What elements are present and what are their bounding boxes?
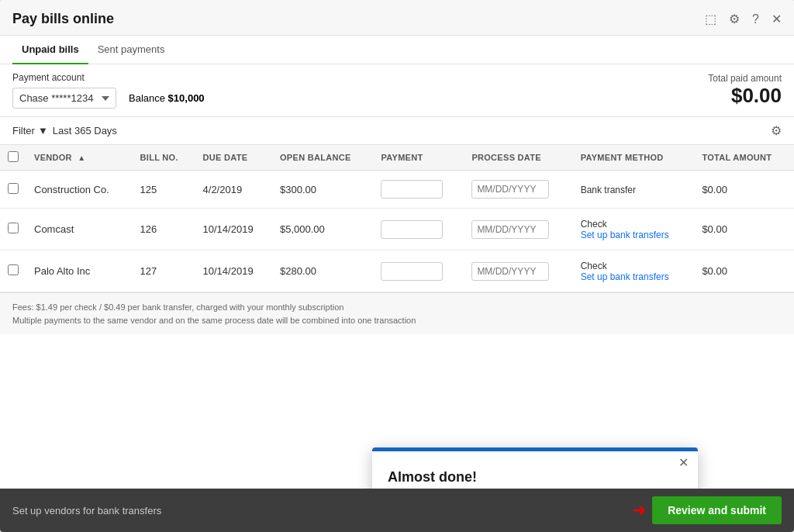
row2-bill-no: 126 — [133, 209, 195, 250]
row1-payment-method: Bank transfer — [573, 171, 695, 209]
filter-button[interactable]: Filter ▼ — [12, 125, 48, 136]
header-bill-no: BILL NO. — [133, 145, 195, 171]
balance-value: $10,000 — [168, 92, 205, 104]
payment-account-row: Chase *****1234 Balance $10,000 — [12, 88, 205, 109]
row3-payment-input[interactable] — [381, 262, 443, 281]
fees-text: Fees: $1.49 per check / $0.49 per bank t… — [12, 301, 782, 314]
header-open-balance: OPEN BALANCE — [272, 145, 373, 171]
table-settings-icon[interactable]: ⚙ — [771, 123, 782, 138]
row3-due-date: 10/14/2019 — [195, 250, 272, 292]
row3-payment-method: Check Set up bank transfers — [573, 250, 695, 292]
row2-due-date: 10/14/2019 — [195, 209, 272, 250]
row3-date-input[interactable] — [471, 262, 549, 281]
row1-due-date: 4/2/2019 — [195, 171, 272, 209]
row2-vendor: Comcast — [26, 209, 133, 250]
header-process-date: PROCESS DATE — [464, 145, 572, 171]
row2-payment-cell — [373, 209, 464, 250]
row1-total-amount: $0.00 — [694, 171, 794, 209]
bottom-bar: Set up vendors for bank transfers ➜ Revi… — [0, 489, 794, 532]
header-checkbox-cell — [0, 145, 26, 171]
row2-payment-method: Check Set up bank transfers — [573, 209, 695, 250]
title-bar-icons: ⬚ ⚙ ? ✕ — [705, 12, 782, 26]
payment-account-label: Payment account — [12, 72, 205, 83]
row2-process-date-cell — [464, 209, 572, 250]
filter-bar: Filter ▼ Last 365 Days ⚙ — [0, 117, 794, 145]
row3-process-date-cell — [464, 250, 572, 292]
bills-table: VENDOR ▲ BILL NO. DUE DATE OPEN BALANCE … — [0, 145, 794, 292]
bottom-bar-info: Set up vendors for bank transfers — [12, 505, 161, 516]
tooltip-close-button[interactable]: ✕ — [678, 455, 689, 470]
row2-date-input[interactable] — [471, 220, 549, 239]
row1-bill-no: 125 — [133, 171, 195, 209]
tooltip-top-bar — [372, 447, 698, 451]
total-paid-section: Total paid amount $0.00 — [708, 73, 782, 108]
payment-left-section: Payment account Chase *****1234 Balance … — [12, 72, 205, 109]
red-arrow-icon: ➜ — [632, 500, 646, 520]
filter-left: Filter ▼ Last 365 Days — [12, 125, 117, 136]
title-bar: Pay bills online ⬚ ⚙ ? ✕ — [0, 0, 794, 36]
close-icon[interactable]: ✕ — [772, 12, 782, 26]
gear-icon[interactable]: ⚙ — [729, 12, 740, 26]
select-all-checkbox[interactable] — [8, 151, 19, 162]
tab-sent-payments[interactable]: Sent payments — [88, 36, 174, 64]
combined-text: Multiple payments to the same vendor and… — [12, 314, 782, 327]
row3-bill-no: 127 — [133, 250, 195, 292]
header-vendor: VENDOR ▲ — [26, 145, 133, 171]
table-row: Comcast 126 10/14/2019 $5,000.00 Check S… — [0, 209, 794, 250]
bills-table-container: VENDOR ▲ BILL NO. DUE DATE OPEN BALANCE … — [0, 145, 794, 489]
payment-account-bar: Payment account Chase *****1234 Balance … — [0, 64, 794, 117]
row3-setup-link[interactable]: Set up bank transfers — [581, 271, 687, 282]
table-row: Construction Co. 125 4/2/2019 $300.00 Ba… — [0, 171, 794, 209]
row1-checkbox-cell — [0, 171, 26, 209]
row2-open-balance: $5,000.00 — [272, 209, 373, 250]
total-paid-amount: $0.00 — [708, 84, 782, 108]
row1-open-balance: $300.00 — [272, 171, 373, 209]
filter-period: Last 365 Days — [53, 125, 117, 136]
tabs-bar: Unpaid bills Sent payments — [0, 36, 794, 64]
account-select[interactable]: Chase *****1234 — [12, 88, 116, 109]
row3-vendor: Palo Alto Inc — [26, 250, 133, 292]
row3-checkbox[interactable] — [8, 264, 19, 275]
page-title: Pay bills online — [12, 11, 114, 27]
total-paid-label: Total paid amount — [708, 73, 782, 84]
balance-label: Balance $10,000 — [129, 92, 205, 104]
row2-checkbox[interactable] — [8, 223, 19, 233]
filter-label: Filter — [12, 125, 35, 136]
row3-total-amount: $0.00 — [694, 250, 794, 292]
tooltip-title: Almost done! — [388, 469, 682, 485]
table-header-row: VENDOR ▲ BILL NO. DUE DATE OPEN BALANCE … — [0, 145, 794, 171]
row2-setup-link[interactable]: Set up bank transfers — [581, 230, 687, 240]
header-due-date: DUE DATE — [195, 145, 272, 171]
row1-payment-cell — [373, 171, 464, 209]
sort-arrow-icon: ▲ — [78, 154, 85, 162]
tab-unpaid-bills[interactable]: Unpaid bills — [12, 36, 88, 64]
header-total-amount: TOTAL AMOUNT — [694, 145, 794, 171]
row1-process-date-cell — [464, 171, 572, 209]
row3-open-balance: $280.00 — [272, 250, 373, 292]
row3-checkbox-cell — [0, 250, 26, 292]
filter-dropdown-icon: ▼ — [38, 125, 48, 136]
row3-payment-cell — [373, 250, 464, 292]
row2-checkbox-cell — [0, 209, 26, 250]
review-submit-button[interactable]: Review and submit — [652, 496, 782, 524]
row2-total-amount: $0.00 — [694, 209, 794, 250]
row1-vendor: Construction Co. — [26, 171, 133, 209]
tooltip-popup: ✕ Almost done! Next, review and schedule… — [372, 447, 698, 489]
row1-checkbox[interactable] — [8, 183, 19, 194]
table-row: Palo Alto Inc 127 10/14/2019 $280.00 Che… — [0, 250, 794, 292]
printer-icon[interactable]: ⬚ — [705, 12, 716, 26]
row1-date-input[interactable] — [471, 180, 549, 199]
row2-payment-input[interactable] — [381, 220, 443, 239]
header-payment-method: PAYMENT METHOD — [573, 145, 695, 171]
main-window: Pay bills online ⬚ ⚙ ? ✕ Unpaid bills Se… — [0, 0, 794, 532]
row1-payment-input[interactable] — [381, 180, 443, 199]
footer-info: Fees: $1.49 per check / $0.49 per bank t… — [0, 292, 794, 334]
arrow-indicator: ➜ Review and submit — [632, 496, 782, 524]
header-payment: PAYMENT — [373, 145, 464, 171]
help-icon[interactable]: ? — [752, 12, 759, 26]
